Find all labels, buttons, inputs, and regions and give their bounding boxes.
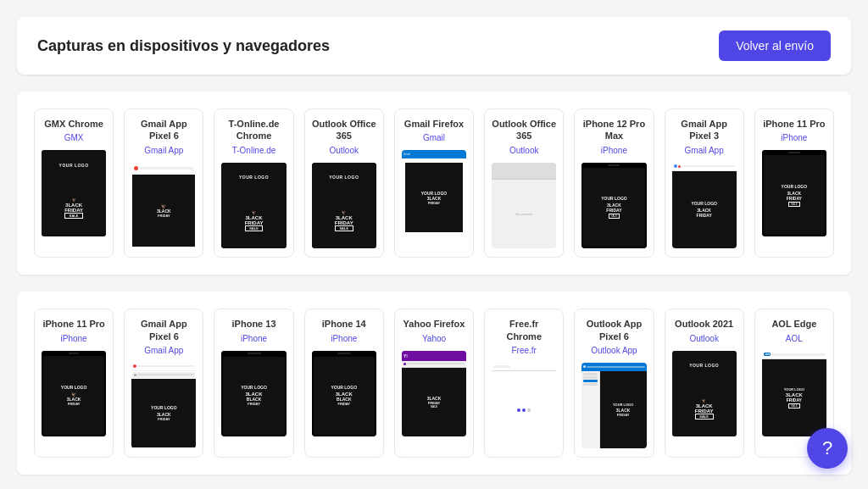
card-preview: YOUR LOGO 3LACK FRIDAY SALE — [581, 163, 646, 249]
card-preview: YOUR LOGO 🦅 3LACK FRIDAY SALE — [42, 150, 106, 236]
card-preview: No preview — [492, 163, 556, 249]
device-card[interactable]: Gmail Firefox Gmail Gmail YOUR LOGO 3LAC… — [394, 108, 474, 258]
device-card[interactable]: iPhone 12 Pro Max iPhone YOUR LOGO 3LACK… — [574, 108, 654, 258]
device-card[interactable]: T-Online.de Chrome T-Online.de YOUR LOGO… — [214, 108, 293, 258]
card-sublabel: Gmail App — [131, 146, 196, 156]
card-sublabel: iPhone — [762, 133, 826, 143]
card-label: AOL Edge — [762, 318, 826, 330]
card-label: Free.fr Chrome — [492, 318, 556, 342]
card-sublabel: Outlook App — [581, 346, 646, 356]
card-sublabel: AOL — [762, 334, 826, 344]
device-card[interactable]: Gmail App Pixel 6 Gmail App YOUR LOGO 3L… — [124, 308, 203, 458]
device-card[interactable]: Outlook 2021 Outlook YOUR LOGO 🦅 3LACK F… — [665, 308, 744, 458]
card-sublabel: Gmail App — [131, 346, 196, 356]
card-label: GMX Chrome — [42, 118, 106, 130]
card-label: iPhone 11 Pro — [762, 118, 826, 130]
row-1-section: GMX Chrome GMX YOUR LOGO 🦅 3LACK FRIDAY … — [17, 92, 851, 275]
card-sublabel: iPhone — [581, 146, 646, 156]
card-label: Outlook App Pixel 6 — [581, 318, 646, 342]
device-card[interactable]: iPhone 11 Pro iPhone YOUR LOGO 🦅 3LACK F… — [34, 308, 114, 458]
card-sublabel: Outlook — [672, 334, 737, 344]
card-sublabel: Yahoo — [402, 334, 466, 344]
card-label: T-Online.de Chrome — [221, 118, 286, 142]
card-preview: 🦅 3LACK FRIDAY — [131, 163, 196, 249]
page-header: Capturas en dispositivos y navegadores V… — [17, 17, 851, 75]
card-label: iPhone 13 — [221, 318, 286, 330]
card-preview: YOUR LOGO 3LACK FRIDAY — [672, 163, 737, 249]
row-1-grid: GMX Chrome GMX YOUR LOGO 🦅 3LACK FRIDAY … — [34, 108, 834, 258]
row-2-grid: iPhone 11 Pro iPhone YOUR LOGO 🦅 3LACK F… — [34, 308, 834, 458]
page-title: Capturas en dispositivos y navegadores — [37, 37, 330, 55]
device-card[interactable]: iPhone 14 iPhone YOUR LOGO 3LACK BLACK F… — [304, 308, 384, 458]
card-preview: YOUR LOGO 3LACK FRIDAY SALE — [762, 150, 826, 236]
card-sublabel: Gmail App — [672, 146, 737, 156]
card-preview: YOUR LOGO 3LACK BLACK FRIDAY — [221, 351, 286, 437]
card-sublabel: iPhone — [221, 334, 286, 344]
card-sublabel: Gmail — [402, 133, 466, 143]
card-sublabel: iPhone — [42, 334, 106, 344]
card-preview: Y! 3LACK FRIDAY SALE — [402, 351, 466, 437]
card-label: iPhone 12 Pro Max — [581, 118, 646, 142]
device-card[interactable]: Yahoo Firefox Yahoo Y! 3LACK FRIDAY SALE — [394, 308, 474, 458]
card-label: Gmail Firefox — [402, 118, 466, 130]
device-card[interactable]: Gmail App Pixel 6 Gmail App 🦅 3LACK FRID… — [124, 108, 203, 258]
card-preview: YOUR LOGO 🦅 3LACK FRIDAY SALE — [672, 351, 737, 437]
device-card[interactable]: Free.fr Chrome Free.fr — [484, 308, 564, 458]
card-label: Outlook 2021 — [672, 318, 737, 330]
card-label: Outlook Office 365 — [492, 118, 556, 142]
card-preview: YOUR LOGO 3LACK BLACK FRIDAY — [312, 351, 376, 437]
device-card[interactable]: GMX Chrome GMX YOUR LOGO 🦅 3LACK FRIDAY … — [34, 108, 114, 258]
back-to-send-button[interactable]: Volver al envío — [719, 31, 831, 61]
card-preview: YOUR LOGO 🦅 3LACK FRIDAY SALE — [312, 163, 376, 249]
card-label: iPhone 11 Pro — [42, 318, 106, 330]
card-preview: Gmail YOUR LOGO 3LACK FRIDAY — [402, 150, 466, 236]
device-card[interactable]: iPhone 13 iPhone YOUR LOGO 3LACK BLACK F… — [214, 308, 293, 458]
card-label: Yahoo Firefox — [402, 318, 466, 330]
card-preview: AOL YOUR LOGO 3LACK FRIDAY SALE — [762, 351, 826, 437]
card-preview: YOUR LOGO 3LACK FRIDAY — [131, 363, 196, 449]
card-sublabel: Outlook — [492, 146, 556, 156]
device-card[interactable]: Gmail App Pixel 3 Gmail App YOUR LOGO 3L… — [665, 108, 744, 258]
card-sublabel: Free.fr — [492, 346, 556, 356]
row-2-section: iPhone 11 Pro iPhone YOUR LOGO 🦅 3LACK F… — [17, 292, 851, 475]
card-label: Outlook Office 365 — [312, 118, 376, 142]
card-label: iPhone 14 — [312, 318, 376, 330]
card-sublabel: T-Online.de — [221, 146, 286, 156]
card-label: Gmail App Pixel 3 — [672, 118, 737, 142]
card-sublabel: Outlook — [312, 146, 376, 156]
card-preview: YOUR LOGO 3LACK FRIDAY — [581, 363, 646, 449]
card-label: Gmail App Pixel 6 — [131, 318, 196, 342]
help-fab-button[interactable]: ? — [807, 428, 848, 469]
card-label: Gmail App Pixel 6 — [131, 118, 196, 142]
device-card[interactable]: Outlook Office 365 Outlook YOUR LOGO 🦅 3… — [304, 108, 384, 258]
card-preview: YOUR LOGO 🦅 3LACK FRIDAY — [42, 351, 106, 437]
card-sublabel: iPhone — [312, 334, 376, 344]
device-card[interactable]: Outlook Office 365 Outlook No preview — [484, 108, 564, 258]
device-card[interactable]: iPhone 11 Pro iPhone YOUR LOGO 3LACK FRI… — [754, 108, 834, 258]
card-preview — [492, 363, 556, 449]
card-sublabel: GMX — [42, 133, 106, 143]
device-card[interactable]: Outlook App Pixel 6 Outlook App — [574, 308, 654, 458]
card-preview: YOUR LOGO 🦅 3LACK FRIDAY SALE — [221, 163, 286, 249]
